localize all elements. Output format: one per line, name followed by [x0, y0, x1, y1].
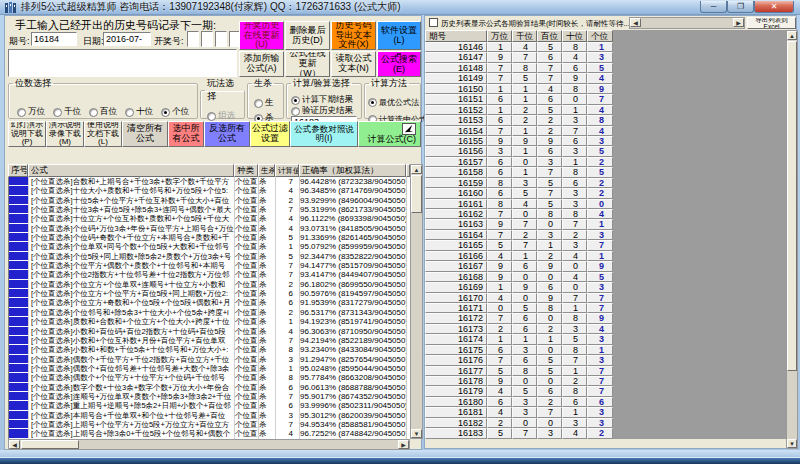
- history-row[interactable]: 1615861785: [425, 167, 613, 177]
- scroll-down-arrow[interactable]: ▼: [787, 439, 797, 448]
- formula-row[interactable]: [个位直选杀]本期号合+千位单双+和个位+十位邻号差+百位个位直杀395.301…: [9, 411, 410, 420]
- formula-row[interactable]: [个位直选杀]连顺号+万位单双+质数个+除5余3+除3余2+千位个位直杀795.…: [9, 392, 410, 401]
- formula-row[interactable]: [个位直选杀]小数和+百位码+百位2指数方+十位码+百位5段个位直杀496.30…: [9, 327, 410, 336]
- draw-digit-box[interactable]: [201, 31, 213, 47]
- scroll-down-arrow[interactable]: ▼: [411, 429, 422, 438]
- close-button[interactable]: ✕: [754, 1, 794, 13]
- history-row[interactable]: 1614975794: [425, 73, 613, 83]
- formula-vscrollbar[interactable]: ▲ ▼: [410, 164, 423, 439]
- formula-row[interactable]: [个位直选杀]上期号合+除3余0+千位5段+个位邻号和+偶数个个位直杀496.7…: [9, 429, 410, 438]
- read-formula-text-button[interactable]: 读取公式文本(N): [331, 51, 376, 77]
- maximize-button[interactable]: ❐: [727, 1, 754, 13]
- formula-row[interactable]: [个位直选杀]个位5段+同上期数+除5余2+质数个+万位3余+号个位直杀592.…: [9, 252, 410, 261]
- formula-param-doc-button[interactable]: 公式参数对照说明(I): [290, 121, 358, 147]
- formula-online-update-button[interactable]: 公式在线更新（W）: [285, 51, 330, 77]
- scroll-left-arrow[interactable]: ◀: [9, 440, 20, 449]
- software-settings-button[interactable]: 软件设置(L): [377, 21, 421, 50]
- history-row[interactable]: 1616065732: [425, 188, 613, 198]
- formula-row[interactable]: [个位直选杀]个位2指数方+十位邻号差+十位2指数方+万位邻个位直杀793.41…: [9, 270, 410, 279]
- history-row[interactable]: 1616270884: [425, 209, 613, 219]
- history-row[interactable]: 1615599963: [425, 136, 613, 146]
- formula-row[interactable]: [个位直选杀]个位单双+同号个数+个位5段+大数和+千位邻号个位直杀195.07…: [9, 242, 410, 251]
- formula-row[interactable]: [个位直选杀]合数和+上期号合+千位3余+数字个数+千位平方个位直杀796.44…: [9, 177, 410, 186]
- show-verify-results-checkbox[interactable]: [429, 18, 438, 27]
- formula-row[interactable]: [个位直选杀]重上期号+逆顺号+除5余2+日期+小数个+百位邻个位直杀693.9…: [9, 401, 410, 410]
- slide-demo-download-button[interactable]: 幻灯演示说明下载(P): [8, 121, 46, 147]
- minimize-button[interactable]: ─: [700, 1, 727, 13]
- history-row[interactable]: 1617676573: [425, 355, 613, 365]
- history-top-scrollbar[interactable]: ◀ ▶: [629, 17, 745, 29]
- history-row[interactable]: 1615471274: [425, 126, 613, 136]
- history-vscrollbar[interactable]: ▲ ▼: [786, 30, 798, 449]
- history-row[interactable]: 1615212514: [425, 105, 613, 115]
- scroll-right-arrow[interactable]: ▶: [398, 440, 409, 449]
- history-row[interactable]: 1617411153: [425, 334, 613, 344]
- history-row[interactable]: 1616184530: [425, 199, 613, 209]
- history-row[interactable]: 1614878765: [425, 63, 613, 73]
- add-formula-button[interactable]: 添加所输公式(A): [239, 51, 284, 77]
- calc-formula-button[interactable]: 计算公式(C): [358, 121, 421, 147]
- date-input[interactable]: 2016-07-09: [103, 32, 151, 46]
- formula-row[interactable]: [个位直选杀]十位3余+百位5段+除5余3+连同号+偶数个+最大个位直杀795.…: [9, 205, 410, 214]
- history-row[interactable]: 1617945687: [425, 386, 613, 396]
- history-row[interactable]: 1616472323: [425, 230, 613, 240]
- radio-optimal-formula[interactable]: 最优公式法: [368, 97, 419, 108]
- formula-row[interactable]: [个位直选杀]十位立方+个位互补数+质数和+个位5段+千位大个位直杀496.11…: [9, 214, 410, 223]
- formula-row[interactable]: [个位直选杀]个位邻号和+除5余3+十位大小+个位5余+跨度+i个位直杀296.…: [9, 308, 410, 317]
- formula-row[interactable]: [个位直选杀]小数和+和数+千位5余+十位邻号和+万位大小+:个位直杀893.2…: [9, 345, 410, 354]
- history-row[interactable]: 1617758517: [425, 366, 613, 376]
- scroll-right-arrow[interactable]: ▶: [733, 18, 744, 27]
- history-row[interactable]: 1616796909: [425, 261, 613, 271]
- radio-gewei[interactable]: 个位: [161, 106, 189, 118]
- history-row[interactable]: 1614614581: [425, 42, 613, 52]
- radio-qianwei[interactable]: 千位: [53, 106, 81, 118]
- issue-input[interactable]: 16184: [31, 32, 77, 46]
- select-all-formulas-button[interactable]: 选中所有公式: [168, 121, 204, 147]
- manual-doc-download-button[interactable]: 使用说明文档下载(L): [84, 121, 122, 147]
- history-row[interactable]: 1616890045: [425, 272, 613, 282]
- history-row[interactable]: 1618357342: [425, 428, 613, 438]
- history-row[interactable]: 1615983562: [425, 178, 613, 188]
- scroll-up-arrow[interactable]: ▲: [787, 31, 797, 40]
- formula-input-textarea[interactable]: [8, 49, 237, 77]
- formula-search-button[interactable]: 公式搜索(E): [377, 51, 421, 77]
- history-row[interactable]: 1617105817: [425, 303, 613, 313]
- formula-row[interactable]: [个位直选杀]个位平方+偶数个+质数个+十位邻号和+本期号个位直杀794.147…: [9, 261, 410, 270]
- formula-hscrollbar[interactable]: ◀ ▶: [8, 439, 410, 450]
- history-row[interactable]: 1614797643: [425, 52, 613, 62]
- radio-wanwei[interactable]: 万位: [17, 106, 45, 118]
- clear-all-formulas-button[interactable]: 清空所有公式: [122, 121, 168, 147]
- formula-row[interactable]: [个位直选杀]偶数个+个位平方+十位平方+个位码+千位邻号个位直杀895.778…: [9, 373, 410, 382]
- history-row[interactable]: 1616557137: [425, 240, 613, 250]
- history-row[interactable]: 1615011489: [425, 84, 613, 94]
- formula-row[interactable]: [个位直选杀]小数和+个位互补数+月份+百位平方+百位单双个位直杀794.219…: [9, 336, 410, 345]
- history-row[interactable]: 1616919603: [425, 282, 613, 292]
- formula-row[interactable]: [个位直选杀]个位立方+个位平方+百位5段+同上期数+万位2:个位直杀690.5…: [9, 289, 410, 298]
- formula-row[interactable]: [个位直选杀]个位码+奇数个+千位立方+本期号合+质数和+千个位直杀591.33…: [9, 233, 410, 242]
- export-to-excel-button[interactable]: 导出列表到Excel: [747, 17, 796, 29]
- scroll-up-arrow[interactable]: ▲: [411, 165, 422, 174]
- formula-row[interactable]: [个位直选杀]质数和+合数和+个位立方+个位大小+跨度+十位个位直杀194.19…: [9, 317, 410, 326]
- history-row[interactable]: 1616397071: [425, 219, 613, 229]
- draw-digit-box[interactable]: [215, 31, 227, 47]
- history-row[interactable]: 1615631635: [425, 146, 613, 156]
- invert-selection-button[interactable]: 反选所有公式: [204, 121, 250, 147]
- history-row[interactable]: 1615760312: [425, 157, 613, 167]
- radio-baiwei[interactable]: 百位: [89, 106, 117, 118]
- history-row[interactable]: 1617276089: [425, 313, 613, 323]
- history-row[interactable]: 1617563081: [425, 345, 613, 355]
- history-row[interactable]: 1618063266: [425, 397, 613, 407]
- video-demo-download-button[interactable]: 演示说明录像下载(M): [46, 121, 84, 147]
- formula-row[interactable]: [个位直选杀]偶数个+百位邻号差+十位邻号差+大数个+除3余个位直杀195.02…: [9, 364, 410, 373]
- history-row[interactable]: 1616641241: [425, 251, 613, 261]
- formula-row[interactable]: [个位直选杀]数字个数+十位3余+数字个数+万位大小+年份合个位直杀696.06…: [9, 383, 410, 392]
- formula-filter-settings-button[interactable]: 公式过滤设置: [250, 121, 290, 147]
- history-row[interactable]: 1618220033: [425, 418, 613, 428]
- radio-sheng[interactable]: 生: [254, 97, 274, 109]
- formula-row[interactable]: [个位直选杀]偶数个+千位平方+千位2指数方+百位立方+千位个位直杀391.29…: [9, 355, 410, 364]
- delete-last-history-button[interactable]: 删除最后历史(D): [285, 21, 330, 50]
- history-row[interactable]: 1617890027: [425, 376, 613, 386]
- export-history-button[interactable]: 历史号码导出文本文件(X): [331, 21, 376, 50]
- draw-digit-box[interactable]: [187, 31, 199, 47]
- formula-row[interactable]: [个位直选杀]上期号+个位平方+万位5段+万位立方+百位立方个位直杀794.95…: [9, 420, 410, 429]
